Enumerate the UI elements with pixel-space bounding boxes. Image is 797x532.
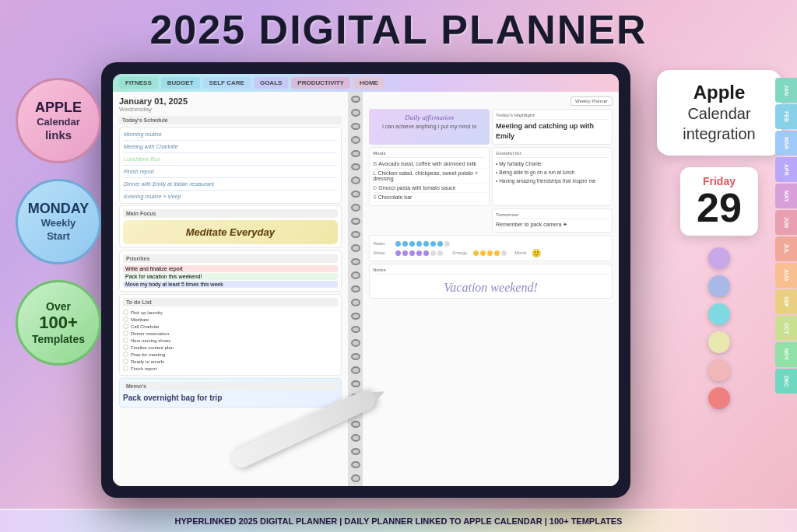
tab-self-care[interactable]: SELF CARE	[203, 77, 251, 89]
todo-item-1[interactable]: Pick up laundry	[123, 309, 338, 316]
mood-icon[interactable]: 🙂	[532, 249, 541, 257]
todo-circle-3[interactable]	[123, 324, 128, 329]
month-tab-feb[interactable]: FEB	[775, 104, 797, 129]
right-sidebar: Apple Calendar integration Friday 29	[657, 70, 781, 409]
focus-box: Meditate Everyday	[123, 220, 338, 244]
meal-1: BAvocado toast, coffee with skimmed milk	[373, 159, 486, 169]
todo-circle-2[interactable]	[123, 317, 128, 322]
energy-dot-2[interactable]	[480, 250, 486, 256]
energy-dot-4[interactable]	[494, 250, 500, 256]
energy-dot-5[interactable]	[501, 250, 507, 256]
spiral-ring	[351, 150, 360, 157]
affirmation-box: Daily affirmation I can achieve anything…	[369, 109, 490, 145]
tab-home[interactable]: HOME	[353, 77, 384, 89]
todo-item-2[interactable]: Meditate	[123, 316, 338, 323]
sleep-dot-1[interactable]	[395, 250, 401, 256]
todo-item-5[interactable]: New running shoes	[123, 337, 338, 344]
schedule-item-1: Morning routine	[124, 130, 337, 138]
tab-budget[interactable]: BUDGET	[161, 77, 200, 89]
water-dot-2[interactable]	[402, 241, 408, 247]
todo-item-8[interactable]: Ready to emails	[123, 358, 338, 365]
color-swatch-6[interactable]	[708, 387, 730, 409]
tab-goals[interactable]: GOALS	[254, 77, 288, 89]
month-tab-dec[interactable]: DEC	[775, 369, 797, 394]
color-swatch-4[interactable]	[708, 331, 730, 353]
month-tab-sep[interactable]: SEP	[775, 289, 797, 314]
tab-fitness[interactable]: FITNESS	[119, 77, 158, 89]
todo-item-6[interactable]: Finalize content plan	[123, 344, 338, 351]
water-dot-1[interactable]	[395, 241, 401, 247]
month-tab-may[interactable]: MAY	[775, 184, 797, 208]
templates-label: Templates	[32, 333, 85, 345]
todo-circle-8[interactable]	[123, 359, 128, 364]
month-tab-nov[interactable]: NOV	[775, 342, 797, 367]
month-tab-mar[interactable]: MAR	[775, 131, 797, 156]
water-dot-4[interactable]	[416, 241, 422, 247]
color-swatch-5[interactable]	[708, 359, 730, 381]
spiral-ring	[351, 231, 360, 238]
water-dot-3[interactable]	[409, 241, 415, 247]
tomorrow-row: Tomorrow Remember to pack camera ✦	[369, 208, 613, 233]
water-dot-7[interactable]	[437, 241, 443, 247]
month-tab-jun[interactable]: JUN	[775, 210, 797, 235]
affirmation-text: I can achieve anything I put my mind to	[374, 124, 485, 129]
month-tab-jan[interactable]: JAN	[775, 78, 797, 103]
todo-item-9[interactable]: Finish report	[123, 365, 338, 372]
monday-label: MONDAY	[28, 201, 89, 217]
todo-circle-6[interactable]	[123, 345, 128, 350]
month-tab-oct[interactable]: OCT	[775, 316, 797, 341]
schedule-block: Morning routine Meeting with Charlotte L…	[119, 127, 342, 204]
color-swatch-3[interactable]	[708, 303, 730, 325]
todo-item-3[interactable]: Call Charlotte	[123, 323, 338, 330]
month-tab-aug[interactable]: AUG	[775, 263, 797, 288]
weekly-planner-button[interactable]: Weekly Planner	[571, 96, 613, 106]
page-title: 2025 DIGITAL PLANNER	[0, 0, 797, 53]
todo-circle-9[interactable]	[123, 366, 128, 371]
schedule-title: Today's Schedule	[119, 116, 342, 124]
color-swatches	[708, 247, 730, 409]
color-swatch-2[interactable]	[708, 275, 730, 297]
color-swatch-1[interactable]	[708, 247, 730, 269]
spiral-ring	[351, 299, 360, 306]
spiral-ring	[351, 474, 360, 481]
month-tab-apr[interactable]: APR	[775, 157, 797, 182]
sleep-dot-2[interactable]	[402, 250, 408, 256]
energy-dot-3[interactable]	[487, 250, 493, 256]
todo-item-7[interactable]: Prep for meeting	[123, 351, 338, 358]
sleep-dot-3[interactable]	[409, 250, 415, 256]
calendar-label: Calendar	[37, 116, 80, 128]
spiral-ring	[351, 109, 360, 116]
spiral-ring	[351, 313, 360, 320]
count-label: 100+	[39, 313, 78, 333]
priority-item-3: Move my body at least 5 times this week	[123, 281, 338, 288]
todo-circle-4[interactable]	[123, 331, 128, 336]
todo-circle-5[interactable]	[123, 338, 128, 343]
schedule-label-3: Lunchtime Run	[124, 156, 160, 162]
tab-productivity[interactable]: PRODUCTIVITY	[291, 77, 350, 89]
sleep-dot-7[interactable]	[437, 250, 443, 256]
calendar-widget: Friday 29	[680, 167, 758, 236]
todo-item-4[interactable]: Dinner reservation	[123, 330, 338, 337]
todo-title: To do List	[123, 298, 338, 306]
schedule-label-2: Meeting with Charlotte	[124, 144, 178, 149]
memo-title: Memo's	[123, 382, 338, 390]
schedule-item-6: Evening routine + sleep	[124, 192, 337, 201]
sleep-dot-6[interactable]	[430, 250, 436, 256]
sleep-dot-4[interactable]	[416, 250, 422, 256]
month-tabs: JAN FEB MAR APR MAY JUN JUL AUG SEP OCT …	[775, 78, 797, 394]
sleep-label: Sleep	[373, 250, 392, 255]
meal-4: SChocolate bar	[373, 193, 486, 202]
spiral-ring	[351, 136, 360, 143]
sleep-dot-5[interactable]	[423, 250, 429, 256]
water-dot-8[interactable]	[444, 241, 450, 247]
priority-item-1: Write and finalize report	[123, 265, 338, 272]
grateful-title: Grateful for	[496, 151, 609, 158]
water-dot-6[interactable]	[430, 241, 436, 247]
energy-dot-1[interactable]	[473, 250, 479, 256]
water-dot-5[interactable]	[423, 241, 429, 247]
todo-circle-1[interactable]	[123, 310, 128, 315]
meals-section: Meals BAvocado toast, coffee with skimme…	[369, 147, 490, 206]
planner-tabs: FITNESS BUDGET SELF CARE GOALS PRODUCTIV…	[113, 74, 619, 92]
todo-circle-7[interactable]	[123, 352, 128, 357]
month-tab-jul[interactable]: JUL	[775, 236, 797, 261]
